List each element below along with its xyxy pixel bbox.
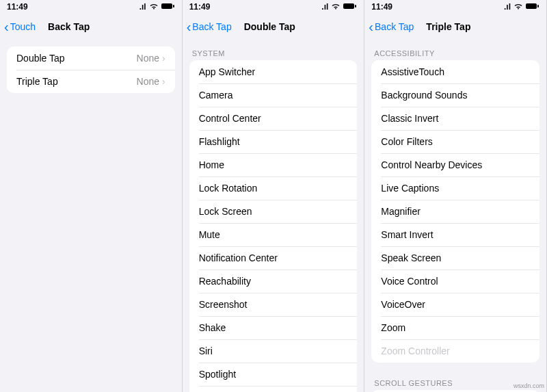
list-item[interactable]: Siri (189, 339, 358, 363)
back-button[interactable]: ‹ Back Tap (187, 20, 232, 34)
row-label: Siri (199, 345, 213, 356)
back-label: Back Tap (375, 21, 414, 32)
row-label: Shake (199, 322, 226, 333)
wifi-icon (149, 2, 159, 12)
row-double-tap[interactable]: Double Tap None › (7, 47, 175, 70)
signal-icon: .ıl (139, 2, 146, 12)
battery-icon (526, 2, 539, 12)
status-indicators: .ıl (504, 2, 539, 12)
row-triple-tap[interactable]: Triple Tap None › (7, 70, 175, 93)
row-label: Reachability (199, 276, 251, 287)
list-item[interactable]: Mute (189, 223, 358, 246)
svg-rect-4 (526, 3, 537, 9)
status-indicators: .ıl (321, 2, 357, 12)
status-indicators: .ıl (139, 2, 175, 12)
signal-icon: .ıl (504, 2, 511, 12)
row-label: Background Sounds (381, 90, 467, 101)
page-title: Double Tap (244, 21, 295, 32)
row-label: App Switcher (199, 66, 255, 77)
page-title: Back Tap (48, 21, 90, 32)
list-item[interactable]: Volume Down (189, 386, 358, 392)
back-label: Touch (10, 21, 36, 32)
wifi-icon (513, 2, 523, 12)
row-label: Lock Screen (199, 206, 252, 217)
row-label: Voice Control (381, 276, 438, 287)
row-label: Lock Rotation (199, 183, 258, 194)
row-label: Triple Tap (16, 76, 58, 87)
page-title: Triple Tap (426, 21, 470, 32)
list-item[interactable]: AssistiveTouch (371, 60, 539, 83)
list-item[interactable]: Zoom (371, 316, 539, 339)
settings-list: Double Tap None › Triple Tap None › (7, 47, 175, 93)
list-item[interactable]: Screenshot (189, 293, 358, 316)
list-item[interactable]: Lock Screen (189, 200, 358, 223)
row-label: Smart Invert (381, 229, 433, 240)
back-button[interactable]: ‹ Touch (4, 20, 36, 34)
content: ACCESSIBILITY AssistiveTouchBackground S… (364, 40, 546, 392)
battery-icon (343, 2, 357, 12)
list-item[interactable]: Smart Invert (371, 223, 539, 246)
list-item[interactable]: Magnifier (371, 200, 539, 223)
row-label: Color Filters (381, 136, 432, 147)
list-item[interactable]: Color Filters (371, 130, 539, 153)
back-label: Back Tap (192, 21, 231, 32)
list-item[interactable]: Classic Invert (371, 107, 539, 130)
list-item[interactable]: Speak Screen (371, 246, 539, 270)
row-label: Zoom Controller (381, 345, 449, 356)
list-item[interactable]: Background Sounds (371, 83, 539, 107)
content: SYSTEM App SwitcherCameraControl CenterF… (183, 40, 364, 392)
row-label: Control Nearby Devices (381, 159, 482, 170)
row-label: Classic Invert (381, 113, 438, 124)
battery-icon (161, 2, 175, 12)
list-item[interactable]: Flashlight (189, 130, 358, 153)
chevron-right-icon: › (162, 53, 165, 64)
row-label: Mute (199, 229, 220, 240)
list-item[interactable]: Home (189, 153, 358, 177)
list-item[interactable]: App Switcher (189, 60, 358, 83)
signal-icon: .ıl (321, 2, 328, 12)
list-item[interactable]: Spotlight (189, 363, 358, 386)
row-label: Control Center (199, 113, 261, 124)
back-button[interactable]: ‹ Back Tap (369, 20, 414, 34)
screen-back-tap: 11:49 .ıl ‹ Touch Back Tap Double Tap No… (0, 0, 183, 392)
status-time: 11:49 (189, 2, 211, 12)
watermark: wsxdn.com (513, 382, 544, 389)
nav-bar: ‹ Back Tap Double Tap (183, 14, 364, 40)
list-item[interactable]: Live Captions (371, 177, 539, 200)
list-item[interactable]: Control Nearby Devices (371, 153, 539, 177)
row-label: Screenshot (199, 299, 248, 310)
row-label: Home (199, 159, 224, 170)
screen-double-tap: 11:49 .ıl ‹ Back Tap Double Tap SYSTEM A… (183, 0, 365, 392)
row-label: VoiceOver (381, 299, 425, 310)
row-label: Notification Center (199, 252, 278, 263)
row-label: Camera (199, 90, 233, 101)
row-label: Double Tap (16, 53, 65, 64)
row-label: Zoom (381, 322, 405, 333)
wifi-icon (331, 2, 341, 12)
row-label: Spotlight (199, 369, 236, 380)
chevron-left-icon: ‹ (369, 20, 373, 34)
list-item[interactable]: Camera (189, 83, 358, 107)
list-item[interactable]: Lock Rotation (189, 177, 358, 200)
screen-triple-tap: 11:49 .ıl ‹ Back Tap Triple Tap ACCESSIB… (364, 0, 547, 392)
list-item[interactable]: Notification Center (189, 246, 358, 270)
list-item[interactable]: Shake (189, 316, 358, 339)
svg-rect-1 (173, 5, 174, 8)
list-item[interactable]: Reachability (189, 270, 358, 293)
accessibility-actions-list: AssistiveTouchBackground SoundsClassic I… (371, 60, 539, 363)
list-item[interactable]: Control Center (189, 107, 358, 130)
chevron-left-icon: ‹ (187, 20, 191, 34)
svg-rect-5 (537, 5, 539, 8)
status-time: 11:49 (7, 2, 28, 12)
row-value: None › (137, 53, 165, 64)
nav-bar: ‹ Touch Back Tap (0, 14, 182, 40)
chevron-right-icon: › (162, 76, 165, 87)
list-item[interactable]: VoiceOver (371, 293, 539, 316)
row-label: Magnifier (381, 206, 421, 217)
row-value: None › (137, 76, 165, 87)
chevron-left-icon: ‹ (4, 20, 9, 34)
svg-rect-2 (343, 3, 354, 9)
row-label: Flashlight (199, 136, 240, 147)
section-header-accessibility: ACCESSIBILITY (364, 40, 546, 60)
list-item[interactable]: Voice Control (371, 270, 539, 293)
